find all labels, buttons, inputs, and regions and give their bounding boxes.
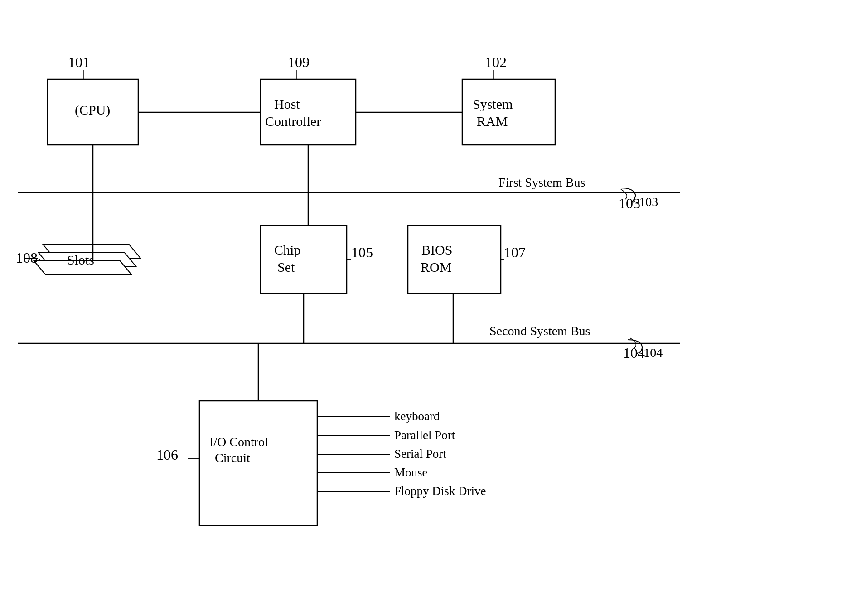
svg-text:105: 105 — [351, 244, 373, 260]
svg-text:101: 101 — [68, 54, 90, 70]
svg-text:Floppy Disk Drive: Floppy Disk Drive — [394, 484, 486, 498]
svg-text:BIOS: BIOS — [421, 242, 452, 257]
svg-text:keyboard: keyboard — [394, 409, 440, 423]
svg-text:Set: Set — [277, 260, 295, 274]
svg-text:Chip: Chip — [274, 242, 300, 257]
svg-text:~103: ~103 — [632, 195, 658, 209]
svg-text:Serial Port: Serial Port — [394, 447, 446, 461]
svg-rect-2 — [261, 79, 356, 145]
svg-rect-4 — [261, 226, 347, 294]
svg-text:Circuit: Circuit — [215, 451, 250, 465]
svg-text:ROM: ROM — [421, 260, 451, 274]
svg-text:106: 106 — [156, 447, 178, 463]
svg-text:First System Bus: First System Bus — [498, 175, 585, 189]
svg-text:I/O Control: I/O Control — [209, 435, 268, 449]
svg-text:(CPU): (CPU) — [75, 102, 110, 118]
svg-text:System: System — [473, 96, 513, 111]
svg-text:Controller: Controller — [265, 114, 321, 129]
svg-text:Parallel Port: Parallel Port — [394, 428, 455, 442]
svg-text:102: 102 — [485, 54, 507, 70]
svg-rect-3 — [462, 79, 555, 145]
svg-text:Slots: Slots — [67, 252, 94, 267]
svg-text:Mouse: Mouse — [394, 466, 428, 479]
svg-text:—: — — [24, 250, 38, 264]
svg-text:107: 107 — [504, 244, 526, 260]
svg-text:Host: Host — [274, 96, 300, 111]
svg-text:109: 109 — [288, 54, 310, 70]
svg-text:Second System Bus: Second System Bus — [489, 324, 590, 338]
svg-text:~104: ~104 — [637, 346, 663, 360]
svg-text:RAM: RAM — [477, 114, 508, 129]
diagram: 101 109 102 108 — 105 107 106 First Syst… — [0, 0, 866, 616]
